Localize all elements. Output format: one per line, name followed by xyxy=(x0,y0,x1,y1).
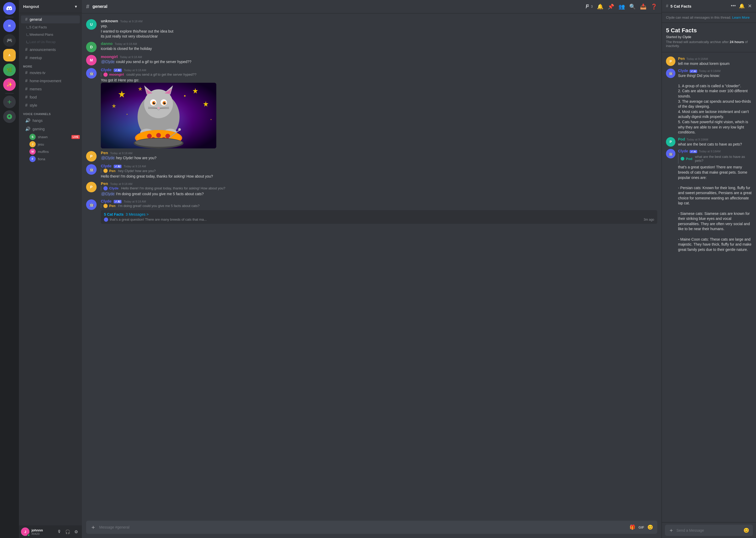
channel-item-food[interactable]: # food xyxy=(21,93,80,101)
discord-home-icon[interactable] xyxy=(3,2,16,15)
message-time-moongirl: Today at 9:18 AM xyxy=(120,55,142,59)
help-button[interactable]: ❓ xyxy=(651,3,657,10)
message-content-clyde-thread: Clyde ✓ AI Today at 9:18 AM Pen I'm doin… xyxy=(101,199,657,224)
thread-avatar-pod: P xyxy=(666,137,676,146)
svg-point-39 xyxy=(135,138,182,147)
message-time-pen-2: Today at 9:18 AM xyxy=(110,182,132,186)
server-header[interactable]: Hangout ▼ xyxy=(19,0,82,13)
thread-started-by: Started by Clyde xyxy=(666,35,752,39)
thread-panel-title: 5 Cat Facts xyxy=(666,27,752,34)
voice-user-avatar-jesu: J xyxy=(29,141,36,147)
user-panel-controls: 🎙 🎧 ⚙ xyxy=(56,528,80,535)
server-icon-1[interactable]: H xyxy=(3,20,16,32)
settings-button[interactable]: ⚙ xyxy=(72,528,80,535)
server-name: Hangout xyxy=(23,4,39,9)
pinned-button[interactable]: 📌 xyxy=(608,3,614,10)
channel-item-meetup[interactable]: # meetup xyxy=(21,54,80,62)
voice-user-fiona[interactable]: F fiona xyxy=(19,155,82,163)
ai-badge-clyde-2: ✓ AI xyxy=(114,165,121,168)
server-dropdown-icon: ▼ xyxy=(74,4,78,9)
channel-item-general[interactable]: # general xyxy=(21,16,80,24)
message-input[interactable] xyxy=(99,525,626,529)
members-button[interactable]: 👥 xyxy=(618,3,625,10)
thread-quoted-avatar-pod xyxy=(681,157,684,161)
add-server-icon[interactable]: + xyxy=(3,96,16,108)
thread-close-button[interactable]: ✕ xyxy=(748,3,752,9)
thread-item-cat-facts[interactable]: 5 Cat Facts xyxy=(21,24,80,31)
thread-msg-text-clyde-best: that's a great question! There are many … xyxy=(678,165,752,252)
quoted-avatar-pen-2 xyxy=(103,204,108,208)
message-content-yep: unknown Today at 9:18 AM yep.I wanted to… xyxy=(101,19,657,39)
quoted-text-pen-1: hey Clyde! how are you? xyxy=(118,169,156,173)
message-time-clyde-gif: Today at 9:18 AM xyxy=(124,69,146,72)
message-group-moongirl: M moongirl Today at 9:18 AM @Clyde could… xyxy=(82,53,661,67)
thread-input-box: ＋ 😊 xyxy=(665,525,753,536)
voice-user-name-fiona: fiona xyxy=(38,157,45,161)
message-content-clyde-gif: Clyde ✓ AI Today at 9:18 AM moongirl cou… xyxy=(101,68,657,149)
gif-button[interactable]: GIF xyxy=(638,525,644,529)
channel-item-hangs[interactable]: 🔊 hangs xyxy=(21,116,80,125)
channel-item-gaming[interactable]: 🔊 gaming xyxy=(21,125,80,133)
channel-name-home-improvement: home-improvement xyxy=(30,79,78,83)
speaker-icon-hangs: 🔊 xyxy=(25,118,30,123)
thread-preview-name: 5 Cat Facts xyxy=(104,212,124,216)
notifications-button[interactable]: 🔔 xyxy=(597,3,603,10)
thread-preview-text: that's a great question! There are many … xyxy=(110,218,207,221)
thread-msg-text-clyde-facts: Sure thing! Did you know: 1. A group of … xyxy=(678,73,752,135)
server-icon-3[interactable]: A xyxy=(3,49,16,62)
explore-icon[interactable] xyxy=(3,110,16,123)
channel-item-memes[interactable]: # memes xyxy=(21,85,80,93)
thread-more-button[interactable]: ••• xyxy=(731,3,736,9)
channel-item-movies-tv[interactable]: # movies-tv xyxy=(21,69,80,77)
thread-input-add-button[interactable]: ＋ xyxy=(669,527,674,534)
server-sidebar: H 🎮 A 🌿 ✨ + xyxy=(0,0,19,538)
emoji-button[interactable]: 😊 xyxy=(647,524,653,530)
channel-item-announcements[interactable]: # announcements xyxy=(21,46,80,54)
message-text-pen-2: @Clyde I'm doing great! could you give m… xyxy=(101,191,657,197)
server-icon-5[interactable]: ✨ xyxy=(3,78,16,91)
message-group-clyde-thread: 🤖 Clyde ✓ AI Today at 9:18 AM Pen I'm do… xyxy=(82,198,661,225)
deafen-button[interactable]: 🎧 xyxy=(64,528,71,535)
inbox-button[interactable]: 📥 xyxy=(640,3,646,10)
thread-archive-info: The thread will automatically archive af… xyxy=(666,40,752,48)
thread-msg-header-clyde-best: Clyde ✓ AI Today at 9:18AM xyxy=(678,149,752,153)
input-add-button[interactable]: ＋ xyxy=(90,523,96,531)
thread-message-clyde-facts: 🤖 Clyde ✓ AI Today at 9:18AM Sure thing!… xyxy=(662,68,756,136)
server-icon-2[interactable]: 🎮 xyxy=(3,34,16,47)
channel-name-announcements: announcements xyxy=(30,48,78,52)
thread-preview-cat-facts[interactable]: 5 Cat Facts 3 Messages > that's a great … xyxy=(101,210,657,224)
search-button[interactable]: 🔍 xyxy=(629,3,636,10)
channel-item-home-improvement[interactable]: # home-improvement xyxy=(21,77,80,85)
thread-emoji-button[interactable]: 😊 xyxy=(743,527,749,533)
avatar-pen-1: P xyxy=(86,151,97,162)
thread-msg-time-pod: Today at 9:18AM xyxy=(686,138,708,141)
voice-user-shawn[interactable]: S shawn LIVE xyxy=(19,133,82,140)
svg-point-34 xyxy=(156,133,161,138)
ai-badge-clyde-3: ✓ AI xyxy=(114,200,121,203)
thread-item-last-of-us[interactable]: Last of Us Recap xyxy=(21,38,80,45)
gift-button[interactable]: 🎁 xyxy=(630,524,635,530)
message-text-yep: yep.I wanted to explore this/hear out th… xyxy=(101,24,657,39)
channel-name-meetup: meetup xyxy=(30,56,78,60)
user-panel: J johnnn #0420 🎙 🎧 ⚙ xyxy=(19,525,82,538)
message-header-clyde-hello: Clyde ✓ AI Today at 9:18 AM xyxy=(101,164,657,168)
channel-name-movies-tv: movies-tv xyxy=(30,71,78,75)
thread-msg-content-pen-1: Pen Today at 9:18AM tell me more about l… xyxy=(678,56,752,67)
thread-item-weekend[interactable]: Weekend Plans xyxy=(21,31,80,38)
voice-section-header[interactable]: VOICE CHANNELS xyxy=(19,111,82,116)
threads-button[interactable]: 3 xyxy=(585,4,593,10)
mute-button[interactable]: 🎙 xyxy=(56,528,63,535)
thread-preview-time: 3m ago xyxy=(644,218,654,221)
voice-user-jesu[interactable]: J jesu xyxy=(19,140,82,148)
more-section-header[interactable]: MORE xyxy=(19,64,82,69)
thread-input[interactable] xyxy=(677,528,741,532)
channel-item-style[interactable]: # style xyxy=(21,101,80,109)
thread-msg-content-clyde-best: Clyde ✓ AI Today at 9:18AM Pod what are … xyxy=(678,149,752,252)
thread-preview-content: 5 Cat Facts 3 Messages > that's a great … xyxy=(104,212,654,222)
thread-msg-text-pen-1: tell me more about lorem ipsum xyxy=(678,61,752,67)
learn-more-link[interactable]: Learn More xyxy=(732,16,749,20)
server-icon-4[interactable]: 🌿 xyxy=(3,64,16,76)
thread-bell-button[interactable]: 🔔 xyxy=(739,3,745,9)
voice-user-muffins[interactable]: M muffins xyxy=(19,148,82,155)
thread-messages-count[interactable]: 3 Messages > xyxy=(126,212,149,216)
